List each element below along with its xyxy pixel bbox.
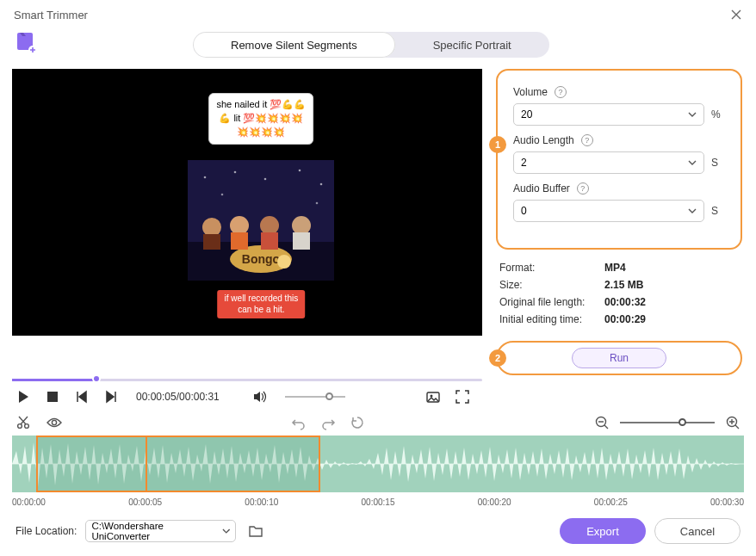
tick: 00:00:10 — [245, 497, 278, 507]
zoom-slider[interactable] — [620, 418, 715, 427]
timeline-ticks: 00:00:00 00:00:05 00:00:10 00:00:15 00:0… — [12, 497, 744, 507]
prev-frame-button[interactable] — [74, 389, 90, 405]
snapshot-button[interactable] — [425, 389, 441, 405]
next-frame-button[interactable] — [103, 389, 119, 405]
add-media-icon[interactable] — [14, 31, 38, 59]
svg-point-7 — [202, 218, 221, 237]
audio-length-select[interactable]: 2 — [513, 151, 704, 174]
fullscreen-button[interactable] — [455, 389, 470, 405]
svg-point-11 — [260, 216, 279, 235]
chevron-down-icon — [688, 207, 697, 215]
format-label: Format: — [499, 262, 596, 274]
bubble-line: 💪 lit 💯💥💥💥💥 — [216, 112, 306, 126]
help-icon[interactable]: ? — [581, 134, 593, 146]
mode-tabs: Remove Silent Segments Specific Portrait — [193, 32, 549, 58]
preview-eye-button[interactable] — [46, 415, 62, 430]
svg-rect-8 — [203, 234, 220, 250]
orig-length-label: Original file length: — [499, 296, 596, 308]
svg-point-6 — [277, 255, 291, 269]
size-label: Size: — [499, 279, 596, 291]
parameters-panel: 1 Volume? 20 % Audio Length? 2 S Audio — [496, 69, 742, 250]
cancel-button[interactable]: Cancel — [654, 518, 741, 544]
bubble-line: 💥💥💥💥 — [216, 126, 306, 139]
svg-point-19 — [320, 183, 323, 186]
help-icon[interactable]: ? — [577, 182, 589, 195]
caption-line: if well recorded this — [225, 293, 299, 305]
file-location-select[interactable]: C:\Wondershare UniConverter — [85, 520, 236, 542]
export-button[interactable]: Export — [560, 518, 646, 544]
seek-slider[interactable] — [12, 375, 482, 384]
orig-length-value: 00:00:32 — [604, 296, 646, 308]
svg-rect-12 — [261, 232, 278, 250]
svg-point-20 — [221, 194, 224, 196]
stop-button[interactable] — [45, 389, 60, 405]
svg-point-15 — [204, 176, 207, 179]
audio-length-label: Audio Length — [513, 134, 574, 146]
tick: 00:00:30 — [710, 497, 744, 507]
cut-button[interactable] — [15, 415, 31, 430]
reset-button[interactable] — [350, 415, 365, 430]
waveform-timeline[interactable] — [12, 436, 744, 492]
svg-point-16 — [234, 171, 237, 174]
chevron-down-icon — [222, 527, 231, 535]
tab-specific-portrait[interactable]: Specific Portrait — [395, 32, 549, 58]
svg-rect-10 — [231, 232, 248, 250]
open-folder-button[interactable] — [248, 523, 263, 539]
audio-length-unit: S — [711, 157, 725, 169]
overlay-caption: if well recorded this can be a hit. — [218, 290, 306, 318]
zoom-in-button[interactable] — [725, 415, 741, 430]
tick: 00:00:25 — [594, 497, 628, 507]
overlay-chat-bubble: she nailed it 💯💪💪 💪 lit 💯💥💥💥💥 💥💥💥💥 — [208, 93, 313, 145]
audio-buffer-label: Audio Buffer — [513, 182, 570, 195]
volume-value: 20 — [521, 108, 532, 120]
svg-point-26 — [25, 424, 29, 429]
bubble-line: she nailed it 💯💪💪 — [216, 98, 306, 112]
init-time-label: Initial editing time: — [499, 313, 596, 325]
run-callout: 2 Run — [496, 341, 742, 375]
volume-label: Volume — [513, 86, 548, 98]
video-preview[interactable]: she nailed it 💯💪💪 💪 lit 💯💥💥💥💥 💥💥💥💥 Bongo — [12, 69, 482, 336]
zoom-out-button[interactable] — [594, 415, 610, 430]
undo-button[interactable] — [291, 415, 307, 430]
init-time-value: 00:00:29 — [604, 313, 646, 325]
file-metadata: Format:MP4 Size:2.15 MB Original file le… — [496, 262, 742, 325]
step-badge-2: 2 — [489, 349, 506, 367]
run-button[interactable]: Run — [572, 348, 666, 368]
tick: 00:00:15 — [362, 497, 395, 507]
tick: 00:00:00 — [12, 497, 46, 507]
format-value: MP4 — [604, 262, 626, 274]
close-button[interactable] — [728, 7, 744, 22]
play-button[interactable] — [15, 389, 31, 405]
svg-point-9 — [230, 216, 249, 235]
svg-point-18 — [299, 170, 301, 172]
svg-text:Bongo: Bongo — [242, 252, 280, 266]
size-value: 2.15 MB — [604, 279, 643, 291]
audio-buffer-value: 0 — [521, 205, 527, 217]
help-icon[interactable]: ? — [555, 86, 567, 98]
volume-slider[interactable] — [285, 389, 345, 405]
svg-rect-14 — [293, 232, 310, 250]
volume-icon[interactable] — [252, 389, 268, 405]
audio-buffer-select[interactable]: 0 — [513, 200, 704, 222]
tab-remove-silent[interactable]: Remove Silent Segments — [193, 32, 395, 58]
svg-point-13 — [292, 216, 311, 235]
volume-unit: % — [711, 108, 725, 120]
chevron-down-icon — [688, 110, 697, 119]
video-frame: Bongo — [188, 160, 334, 281]
window-title: Smart Trimmer — [14, 9, 88, 22]
selected-clip-region[interactable] — [36, 436, 320, 492]
step-badge-1: 1 — [489, 136, 506, 153]
caption-line: can be a hit. — [225, 305, 299, 316]
playhead[interactable] — [146, 436, 147, 492]
audio-length-value: 2 — [521, 157, 527, 169]
file-location-label: File Location: — [15, 525, 77, 537]
tick: 00:00:20 — [478, 497, 511, 507]
svg-rect-22 — [47, 392, 58, 402]
tick: 00:00:05 — [128, 497, 162, 507]
svg-point-21 — [316, 202, 319, 205]
chevron-down-icon — [688, 158, 697, 167]
redo-button[interactable] — [320, 415, 336, 430]
svg-point-25 — [18, 424, 22, 429]
volume-select[interactable]: 20 — [513, 103, 704, 126]
timecode: 00:00:05/00:00:31 — [136, 391, 220, 403]
